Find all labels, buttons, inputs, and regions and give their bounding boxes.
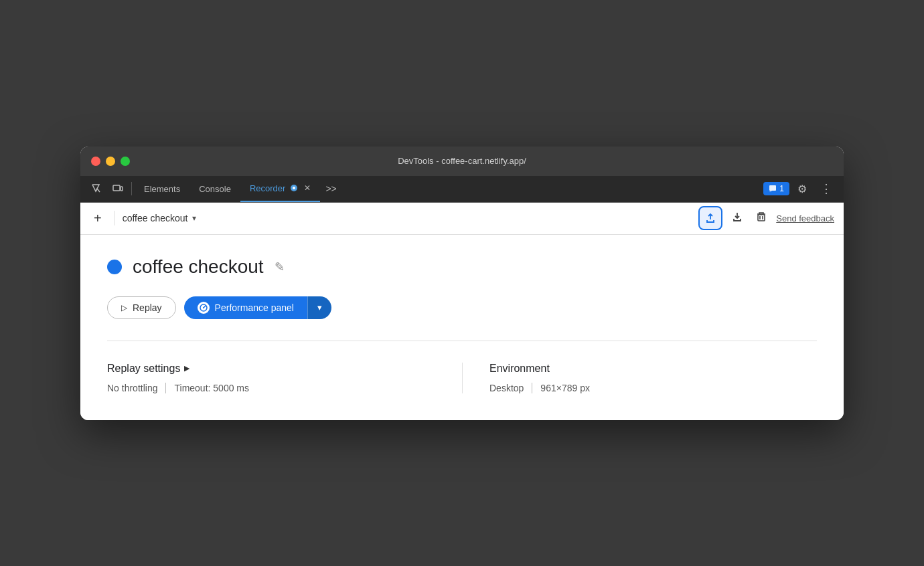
throttling-value: No throttling	[107, 383, 157, 393]
close-button[interactable]	[91, 157, 100, 166]
recorder-toolbar: + coffee checkout ▾	[80, 203, 844, 235]
export-button[interactable]	[698, 206, 722, 230]
performance-panel-dropdown-button[interactable]: ▾	[307, 296, 331, 319]
actions-row: ▷ Replay Performance panel ▾	[107, 296, 817, 319]
more-tabs-button[interactable]: >>	[320, 183, 341, 194]
upload-icon	[705, 213, 716, 223]
delete-recording-button[interactable]	[752, 209, 771, 228]
window-title: DevTools - coffee-cart.netlify.app/	[398, 156, 526, 166]
svg-rect-6	[758, 215, 765, 221]
dimensions-value: 961×789 px	[540, 383, 590, 393]
replay-icon: ▷	[121, 303, 127, 312]
replay-settings-values: No throttling Timeout: 5000 ms	[107, 383, 435, 393]
replay-button[interactable]: ▷ Replay	[107, 296, 176, 319]
svg-rect-0	[113, 185, 120, 191]
tab-recorder[interactable]: Recorder ✕	[240, 175, 320, 202]
notification-button[interactable]: 1	[763, 182, 789, 195]
send-feedback-button[interactable]: Send feedback	[776, 213, 834, 223]
settings-val-divider-1	[165, 383, 166, 393]
tab-close-icon[interactable]: ✕	[304, 183, 311, 193]
recorder-icon	[289, 183, 299, 193]
recording-selector: coffee checkout ▾	[123, 213, 694, 223]
performance-icon	[198, 302, 210, 314]
performance-svg-icon	[200, 304, 208, 312]
title-bar: DevTools - coffee-cart.netlify.app/	[80, 147, 844, 176]
svg-marker-5	[769, 191, 772, 192]
settings-val-divider-2	[532, 383, 532, 393]
tab-console[interactable]: Console	[189, 175, 240, 202]
traffic-lights	[91, 157, 130, 166]
inspect-element-button[interactable]	[86, 179, 107, 198]
import-button[interactable]	[728, 209, 747, 228]
settings-button[interactable]: ⚙	[792, 180, 812, 198]
recording-title: coffee checkout	[133, 256, 264, 278]
selected-recording-name: coffee checkout	[123, 213, 188, 223]
minimize-button[interactable]	[106, 157, 115, 166]
recording-status-dot	[107, 260, 122, 274]
environment-label: Environment	[489, 363, 817, 375]
more-menu-button[interactable]: ⋮	[815, 179, 838, 199]
maximize-button[interactable]	[121, 157, 130, 166]
main-content: coffee checkout ✎ ▷ Replay Pe	[80, 235, 844, 420]
download-icon	[732, 211, 743, 222]
environment-col: Environment Desktop 961×789 px	[462, 363, 817, 393]
environment-values: Desktop 961×789 px	[489, 383, 817, 393]
settings-section: Replay settings ▶ No throttling Timeout:…	[107, 341, 817, 393]
comment-icon	[769, 185, 777, 193]
recording-header: coffee checkout ✎	[107, 256, 817, 278]
recording-dropdown-arrow[interactable]: ▾	[192, 213, 196, 223]
replay-settings-label: Replay settings ▶	[107, 363, 435, 375]
tab-divider-1	[131, 182, 132, 195]
devtools-tabs-bar: Elements Console Recorder ✕ >> 1 ⚙ ⋮	[80, 176, 844, 203]
svg-rect-4	[769, 185, 776, 191]
tab-actions: 1 ⚙ ⋮	[763, 179, 838, 199]
device-mode-button[interactable]	[107, 179, 129, 198]
svg-point-3	[293, 187, 295, 189]
add-recording-button[interactable]: +	[90, 209, 106, 227]
tab-elements[interactable]: Elements	[135, 175, 189, 202]
svg-point-8	[203, 307, 204, 308]
replay-settings-col: Replay settings ▶ No throttling Timeout:…	[107, 363, 462, 393]
devtools-window: DevTools - coffee-cart.netlify.app/ Elem…	[80, 147, 844, 420]
trash-icon	[756, 211, 767, 222]
device-value: Desktop	[489, 383, 524, 393]
edit-recording-name-button[interactable]: ✎	[275, 260, 285, 274]
replay-settings-arrow: ▶	[184, 364, 189, 373]
svg-rect-1	[121, 187, 123, 191]
performance-panel-group: Performance panel ▾	[184, 296, 331, 319]
performance-panel-button[interactable]: Performance panel	[184, 296, 307, 319]
timeout-value: Timeout: 5000 ms	[174, 383, 249, 393]
toolbar-divider	[114, 211, 114, 225]
